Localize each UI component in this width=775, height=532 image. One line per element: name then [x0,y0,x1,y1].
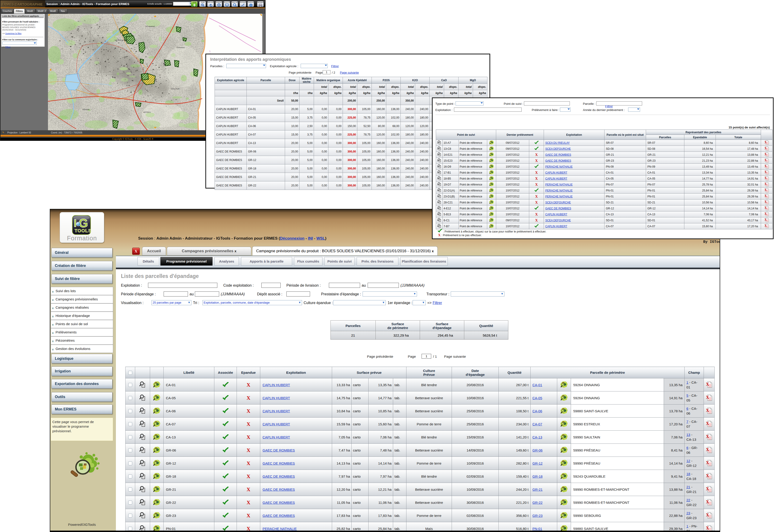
svg-text:I: I [74,217,77,229]
svg-text:X: X [764,218,767,222]
svg-text:X: X [706,499,709,504]
svg-text:X: X [706,408,709,413]
svg-text:X: X [764,212,767,216]
svg-text:X: X [764,152,767,156]
svg-text:X: X [764,182,767,186]
svg-text:SAULTAIN: SAULTAIN [171,88,179,90]
svg-text:X: X [764,158,767,162]
svg-text:X: X [706,460,709,465]
svg-text:X: X [764,188,767,192]
svg-text:X: X [706,434,709,439]
svg-text:X: X [706,447,709,452]
svg-text:X: X [764,170,767,174]
svg-text:X: X [764,194,767,198]
svg-text:TOOLS: TOOLS [75,228,91,233]
svg-text:X: X [764,176,767,180]
svg-text:X: X [706,526,709,530]
svg-text:X: X [706,395,709,400]
svg-text:X: X [764,147,767,150]
svg-text:x: x [243,5,244,7]
svg-text:ST-AMAND: ST-AMAND [145,25,155,28]
svg-text:X: X [706,382,709,387]
svg-text:X: X [764,206,767,210]
svg-text:X: X [764,224,767,227]
svg-text:DENAIN: DENAIN [82,108,89,111]
svg-text:ARTRES: ARTRES [143,111,150,113]
svg-text:X: X [706,513,709,517]
svg-text:X: X [764,141,767,144]
svg-text:X: X [706,421,709,426]
svg-text:X: X [764,164,767,168]
svg-text:ONNAING: ONNAING [176,47,185,49]
svg-text:X: X [764,200,767,204]
svg-text:VALENCIENNES: VALENCIENNES [114,39,128,41]
svg-text:X: X [706,473,709,478]
svg-text:X: X [706,486,709,491]
